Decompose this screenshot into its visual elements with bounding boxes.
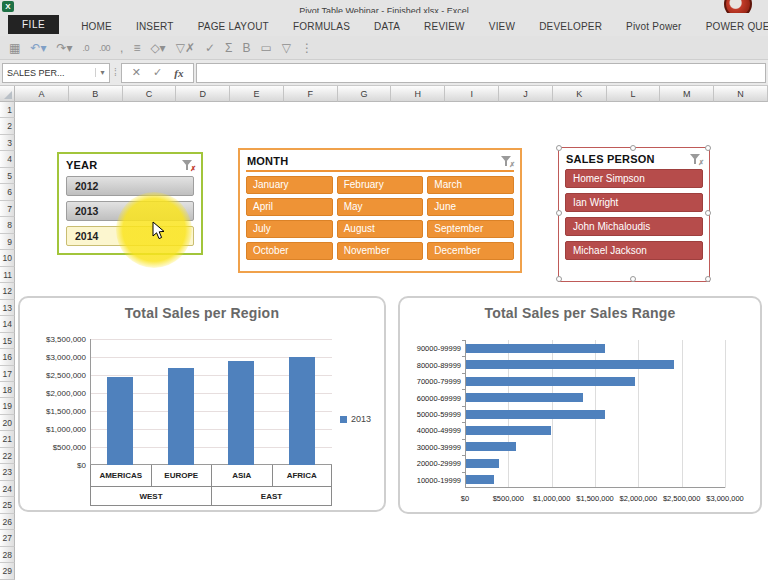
- slicer-month[interactable]: MONTH ✗ JanuaryFebruaryMarchAprilMayJune…: [238, 148, 522, 273]
- column-header-D[interactable]: D: [176, 86, 230, 102]
- name-box[interactable]: SALES PER... ▾: [2, 63, 110, 83]
- selection-handle[interactable]: [630, 276, 636, 282]
- check-icon[interactable]: ✓: [205, 38, 215, 58]
- row-header-11[interactable]: 11: [0, 267, 15, 283]
- column-header-I[interactable]: I: [445, 86, 499, 102]
- clear-filter-icon[interactable]: ✗: [500, 155, 513, 167]
- row-header-2[interactable]: 2: [0, 118, 15, 134]
- slicer-item-june[interactable]: June: [427, 198, 514, 216]
- selection-handle[interactable]: [630, 145, 636, 151]
- column-header-B[interactable]: B: [69, 86, 123, 102]
- row-header-28[interactable]: 28: [0, 547, 15, 563]
- row-header-22[interactable]: 22: [0, 448, 15, 464]
- row-header-16[interactable]: 16: [0, 349, 15, 365]
- row-header-6[interactable]: 6: [0, 184, 15, 200]
- row-header-13[interactable]: 13: [0, 300, 15, 316]
- row-header-27[interactable]: 27: [0, 530, 15, 546]
- slicer-item-july[interactable]: July: [246, 220, 333, 238]
- tab-developer[interactable]: DEVELOPER: [527, 17, 614, 36]
- fill-color-icon[interactable]: ◇▾: [150, 38, 165, 58]
- row-header-20[interactable]: 20: [0, 415, 15, 431]
- row-header-3[interactable]: 3: [0, 135, 15, 151]
- row-header-26[interactable]: 26: [0, 514, 15, 530]
- autosum-icon[interactable]: Σ: [225, 38, 232, 58]
- formula-input[interactable]: [196, 63, 766, 83]
- slicer-item-2012[interactable]: 2012: [66, 176, 194, 196]
- filter-icon[interactable]: ▽: [282, 38, 291, 58]
- redo-icon[interactable]: ↷▾: [56, 38, 72, 58]
- slicer-item-february[interactable]: February: [337, 176, 424, 194]
- slicer-item-september[interactable]: September: [427, 220, 514, 238]
- column-header-F[interactable]: F: [284, 86, 338, 102]
- cancel-icon[interactable]: ✕: [132, 66, 141, 79]
- tab-power-query[interactable]: POWER QUERY: [694, 17, 768, 36]
- tab-review[interactable]: REVIEW: [412, 17, 477, 36]
- selection-handle[interactable]: [705, 276, 711, 282]
- name-box-dropdown-icon[interactable]: ▾: [95, 68, 109, 77]
- slicer-item-2014[interactable]: 2014: [66, 226, 194, 246]
- slicer-item-december[interactable]: December: [427, 242, 514, 260]
- clear-filter-icon[interactable]: ▽✗: [176, 38, 195, 58]
- slicer-item-august[interactable]: August: [337, 220, 424, 238]
- slicer-item-may[interactable]: May: [337, 198, 424, 216]
- selection-handle[interactable]: [705, 210, 711, 216]
- row-header-24[interactable]: 24: [0, 481, 15, 497]
- tab-pivot-power[interactable]: Pivot Power: [614, 17, 694, 36]
- column-header-A[interactable]: A: [15, 86, 69, 102]
- borders-icon[interactable]: ≡: [133, 38, 140, 58]
- row-header-9[interactable]: 9: [0, 234, 15, 250]
- row-header-18[interactable]: 18: [0, 382, 15, 398]
- column-header-C[interactable]: C: [123, 86, 177, 102]
- slicer-item-january[interactable]: January: [246, 176, 333, 194]
- slicer-item-march[interactable]: March: [427, 176, 514, 194]
- row-header-21[interactable]: 21: [0, 431, 15, 447]
- slicer-item-homer-simpson[interactable]: Homer Simpson: [565, 169, 703, 188]
- undo-icon[interactable]: ↶▾: [30, 38, 46, 58]
- column-header-H[interactable]: H: [391, 86, 445, 102]
- increase-decimal-icon[interactable]: .00: [99, 38, 110, 58]
- selection-handle[interactable]: [705, 145, 711, 151]
- column-header-K[interactable]: K: [553, 86, 607, 102]
- row-header-14[interactable]: 14: [0, 316, 15, 332]
- slicer-sales-person[interactable]: SALES PERSON ✗ Homer SimpsonIan WrightJo…: [558, 147, 710, 282]
- slicer-item-ian-wright[interactable]: Ian Wright: [565, 193, 703, 212]
- slicer-item-november[interactable]: November: [337, 242, 424, 260]
- column-header-G[interactable]: G: [338, 86, 392, 102]
- tab-formulas[interactable]: FORMULAS: [281, 17, 362, 36]
- row-header-10[interactable]: 10: [0, 250, 15, 266]
- comma-style-icon[interactable]: ,: [120, 38, 123, 58]
- chart-total-sales-per-sales-range[interactable]: Total Sales per Sales Range $0$500,000$1…: [398, 296, 762, 514]
- selection-handle[interactable]: [556, 145, 562, 151]
- selection-handle[interactable]: [556, 210, 562, 216]
- row-header-1[interactable]: 1: [0, 102, 15, 118]
- column-header-L[interactable]: L: [607, 86, 661, 102]
- clear-filter-icon[interactable]: ✗: [181, 159, 194, 171]
- comment-icon[interactable]: ▭: [260, 38, 271, 58]
- column-header-J[interactable]: J: [499, 86, 553, 102]
- tab-data[interactable]: DATA: [362, 17, 412, 36]
- enter-icon[interactable]: ✓: [153, 66, 162, 79]
- slicer-item-april[interactable]: April: [246, 198, 333, 216]
- selection-handle[interactable]: [556, 276, 562, 282]
- row-header-19[interactable]: 19: [0, 398, 15, 414]
- tab-insert[interactable]: INSERT: [124, 17, 186, 36]
- row-header-12[interactable]: 12: [0, 283, 15, 299]
- save-icon[interactable]: ▦: [9, 38, 20, 58]
- row-header-23[interactable]: 23: [0, 464, 15, 480]
- insert-function-icon[interactable]: fx: [174, 67, 183, 79]
- row-header-4[interactable]: 4: [0, 151, 15, 167]
- slicer-item-john-michaloudis[interactable]: John Michaloudis: [565, 217, 703, 236]
- row-header-15[interactable]: 15: [0, 333, 15, 349]
- tab-page-layout[interactable]: PAGE LAYOUT: [186, 17, 281, 36]
- column-header-E[interactable]: E: [230, 86, 284, 102]
- tab-view[interactable]: VIEW: [477, 17, 527, 36]
- row-header-5[interactable]: 5: [0, 168, 15, 184]
- tab-home[interactable]: HOME: [69, 17, 124, 36]
- column-header-M[interactable]: M: [660, 86, 714, 102]
- decrease-decimal-icon[interactable]: .0: [83, 38, 90, 58]
- row-header-17[interactable]: 17: [0, 366, 15, 382]
- row-header-7[interactable]: 7: [0, 201, 15, 217]
- slicer-item-october[interactable]: October: [246, 242, 333, 260]
- row-header-25[interactable]: 25: [0, 497, 15, 513]
- chart-total-sales-per-region[interactable]: Total Sales per Region $0$500,000$1,000,…: [18, 296, 386, 512]
